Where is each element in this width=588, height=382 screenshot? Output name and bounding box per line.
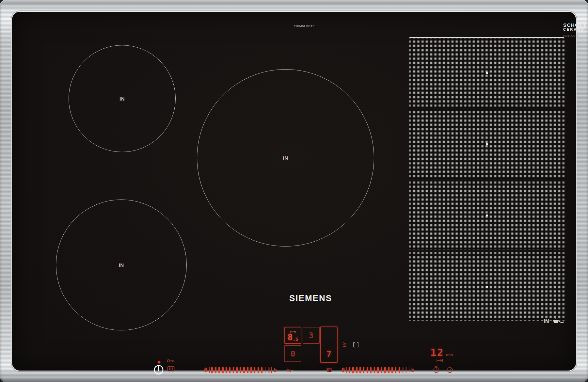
slider-bar[interactable] bbox=[268, 367, 270, 373]
pot-position-icon bbox=[353, 342, 359, 348]
power-slider-right[interactable]: 0 b bbox=[342, 366, 414, 374]
brand-logo: SIEMENS bbox=[289, 293, 332, 303]
slider-end-cap bbox=[209, 367, 210, 373]
slider-bar[interactable] bbox=[261, 367, 263, 373]
flex-zone-marking: IN bbox=[544, 318, 564, 325]
timer-transfer-icon bbox=[437, 359, 443, 362]
boost-indicator-icon bbox=[342, 342, 347, 348]
slider-bar[interactable] bbox=[258, 367, 259, 373]
zone-select-right-display[interactable]: 7 bbox=[320, 326, 338, 363]
slider-bar[interactable] bbox=[402, 367, 404, 373]
power-slider-left[interactable]: 0 b bbox=[204, 366, 277, 374]
slider-bars[interactable] bbox=[348, 367, 408, 373]
slider-bar[interactable] bbox=[349, 367, 350, 373]
slider-bar[interactable] bbox=[405, 367, 407, 373]
power-level-value: 7 bbox=[326, 350, 331, 358]
slider-zero-label: 0 bbox=[342, 367, 345, 373]
induction-label: IN bbox=[119, 96, 125, 102]
slider-bar[interactable] bbox=[381, 367, 382, 373]
zone-select-front-display[interactable]: 0 bbox=[284, 345, 301, 362]
glass-maker-logo: SCHOTT CERAN® 9001173247 bbox=[563, 23, 588, 37]
timer-value: 12 bbox=[430, 347, 444, 358]
slider-bar[interactable] bbox=[388, 367, 389, 373]
timer-display: 12 min bbox=[430, 347, 453, 358]
timer-unit-label: min bbox=[446, 353, 453, 357]
zone-width-display[interactable]: 8 .5 bbox=[284, 327, 301, 344]
flex-zone-segment bbox=[409, 252, 565, 321]
slider-bar[interactable] bbox=[215, 367, 216, 373]
ceramic-glass-surface: EX845LVC1E SCHOTT CERAN® 9001173247 IN I… bbox=[12, 12, 576, 371]
induction-label: IN bbox=[119, 262, 124, 268]
cooking-zone-center: IN bbox=[197, 69, 374, 247]
slider-bar[interactable] bbox=[370, 367, 372, 373]
slider-bar[interactable] bbox=[391, 367, 393, 373]
slider-bar[interactable] bbox=[384, 367, 386, 373]
slider-bar[interactable] bbox=[226, 367, 227, 373]
slider-bar[interactable] bbox=[247, 367, 248, 373]
slider-boost-label: b bbox=[274, 367, 277, 373]
slider-bar[interactable] bbox=[399, 367, 400, 373]
slider-bar[interactable] bbox=[356, 367, 358, 373]
power-level-value: 3 bbox=[309, 331, 313, 340]
pot-icon[interactable] bbox=[326, 367, 333, 373]
slider-bar[interactable] bbox=[367, 367, 368, 373]
slider-bar[interactable] bbox=[352, 367, 354, 373]
slider-bar[interactable] bbox=[254, 367, 256, 373]
slider-bar[interactable] bbox=[236, 367, 238, 373]
slider-bar[interactable] bbox=[374, 367, 375, 373]
ceran-wordmark: CERAN® bbox=[563, 27, 588, 31]
wipe-protection-icon[interactable] bbox=[167, 366, 175, 373]
cooking-zone-front-left: IN bbox=[56, 199, 187, 330]
slider-end-cap bbox=[346, 367, 347, 373]
schott-wordmark: SCHOTT bbox=[563, 23, 588, 27]
induction-label: IN bbox=[283, 155, 288, 161]
glass-code: 9001173247 bbox=[563, 34, 588, 37]
slider-bar[interactable] bbox=[363, 367, 365, 373]
slider-bar[interactable] bbox=[243, 367, 245, 373]
power-indicator-led bbox=[158, 361, 160, 363]
slider-bar[interactable] bbox=[377, 367, 379, 373]
frying-sensor-icon[interactable] bbox=[285, 366, 295, 373]
slider-boost-label: b bbox=[411, 367, 414, 373]
kitchen-timer-icon[interactable] bbox=[446, 366, 453, 373]
slider-bar[interactable] bbox=[218, 367, 220, 373]
model-number: EX845LVC1E bbox=[272, 24, 337, 28]
clock-icon[interactable] bbox=[433, 366, 440, 373]
zone-width-fraction: .5 bbox=[293, 337, 298, 342]
slider-bar[interactable] bbox=[233, 367, 234, 373]
slider-bar[interactable] bbox=[359, 367, 361, 373]
flex-zone-segment bbox=[409, 38, 565, 108]
slider-bar[interactable] bbox=[240, 367, 241, 373]
slider-bar[interactable] bbox=[250, 367, 252, 373]
flex-zone-segment bbox=[409, 181, 565, 250]
power-button[interactable] bbox=[153, 364, 164, 375]
key-lock-icon[interactable] bbox=[167, 358, 175, 363]
cooktop: EX845LVC1E SCHOTT CERAN® 9001173247 IN I… bbox=[0, 0, 588, 382]
pan-icon bbox=[552, 318, 564, 325]
induction-label: IN bbox=[544, 319, 549, 325]
power-level-value: 0 bbox=[290, 350, 295, 358]
flex-zone-segment bbox=[409, 109, 565, 179]
slider-bars[interactable] bbox=[210, 367, 271, 373]
slider-end-cap bbox=[271, 367, 272, 373]
cooking-zone-rear-left: IN bbox=[69, 45, 176, 152]
slider-bar[interactable] bbox=[265, 367, 266, 373]
slider-bar[interactable] bbox=[229, 367, 231, 373]
slider-zero-label: 0 bbox=[204, 367, 207, 373]
slider-end-cap bbox=[409, 367, 409, 373]
zone-select-rear-display[interactable]: 3 bbox=[303, 327, 320, 344]
slider-bar[interactable] bbox=[222, 367, 224, 373]
zone-width-value: 8 bbox=[288, 333, 293, 342]
slider-bar[interactable] bbox=[395, 367, 397, 373]
slider-bar[interactable] bbox=[211, 367, 213, 373]
